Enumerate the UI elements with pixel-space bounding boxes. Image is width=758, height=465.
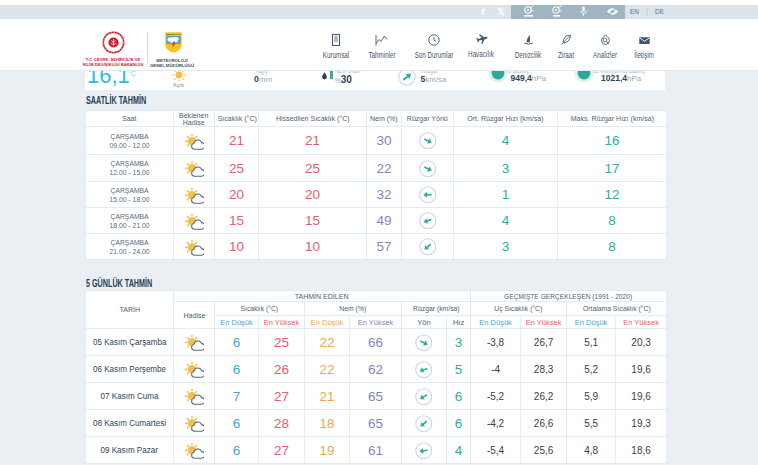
svg-text:METEOROLOJİ: METEOROLOJİ [166,34,181,36]
